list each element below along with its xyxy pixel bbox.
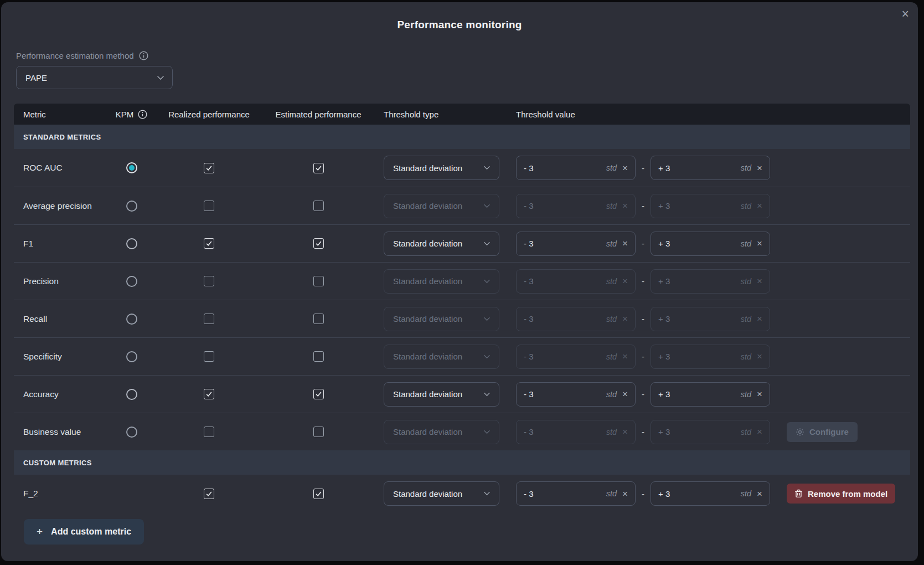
configure-button[interactable]: Configure [787, 422, 858, 442]
threshold-upper-input[interactable]: + 3 std × [651, 481, 770, 506]
clear-icon[interactable]: × [622, 276, 628, 286]
threshold-lower-input[interactable]: - 3 std × [516, 194, 636, 218]
threshold-upper-input[interactable]: + 3 std × [651, 194, 770, 218]
threshold-type-value: Standard deviation [393, 201, 462, 210]
realized-checkbox[interactable] [204, 201, 214, 211]
threshold-lower-input[interactable]: - 3 std × [516, 307, 636, 331]
threshold-upper-value: + 3 [658, 489, 735, 499]
threshold-type-select[interactable]: Standard deviation [384, 307, 499, 331]
estimated-checkbox[interactable] [313, 489, 324, 499]
clear-icon[interactable]: × [757, 239, 762, 248]
threshold-lower-input[interactable]: - 3 std × [516, 156, 636, 180]
threshold-type-select[interactable]: Standard deviation [384, 382, 499, 407]
threshold-lower-input[interactable]: - 3 std × [516, 420, 636, 444]
estimated-checkbox[interactable] [313, 201, 324, 211]
threshold-range-separator: - [636, 239, 651, 248]
threshold-type-select[interactable]: Standard deviation [384, 194, 499, 218]
clear-icon[interactable]: × [622, 201, 628, 210]
kpm-radio[interactable] [126, 238, 137, 249]
threshold-lower-input[interactable]: - 3 std × [516, 269, 636, 294]
estimated-checkbox[interactable] [313, 163, 324, 173]
threshold-type-select[interactable]: Standard deviation [384, 345, 499, 369]
threshold-type-value: Standard deviation [393, 427, 462, 436]
realized-checkbox[interactable] [204, 276, 214, 286]
threshold-upper-input[interactable]: + 3 std × [651, 307, 770, 331]
table-row: ROC AUC Standard deviation [14, 149, 910, 187]
clear-icon[interactable]: × [757, 352, 762, 361]
threshold-upper-input[interactable]: + 3 std × [651, 382, 770, 407]
add-custom-metric-button[interactable]: + Add custom metric [24, 519, 144, 545]
threshold-type-select[interactable]: Standard deviation [384, 481, 499, 506]
close-icon[interactable]: × [902, 8, 909, 20]
realized-checkbox[interactable] [204, 238, 214, 249]
threshold-upper-input[interactable]: + 3 std × [651, 345, 770, 369]
clear-icon[interactable]: × [757, 427, 762, 436]
info-icon[interactable] [138, 110, 147, 119]
threshold-type-value: Standard deviation [393, 276, 462, 286]
estimation-method-block: Performance estimation method PAPE [16, 51, 918, 89]
column-header-threshold-value: Threshold value [501, 110, 775, 119]
estimated-checkbox[interactable] [313, 427, 324, 437]
clear-icon[interactable]: × [757, 276, 762, 286]
threshold-range-separator: - [636, 163, 651, 173]
clear-icon[interactable]: × [622, 427, 628, 436]
threshold-type-select[interactable]: Standard deviation [384, 269, 499, 294]
threshold-lower-input[interactable]: - 3 std × [516, 345, 636, 369]
threshold-upper-input[interactable]: + 3 std × [651, 420, 770, 444]
remove-from-model-button[interactable]: Remove from model [787, 484, 895, 504]
kpm-radio[interactable] [126, 201, 137, 212]
threshold-upper-input[interactable]: + 3 std × [651, 232, 770, 256]
clear-icon[interactable]: × [757, 163, 762, 173]
threshold-lower-value: - 3 [524, 201, 601, 210]
threshold-lower-input[interactable]: - 3 std × [516, 481, 636, 506]
clear-icon[interactable]: × [757, 389, 762, 399]
clear-icon[interactable]: × [622, 239, 628, 248]
kpm-radio[interactable] [126, 162, 137, 173]
threshold-lower-input[interactable]: - 3 std × [516, 382, 636, 407]
clear-icon[interactable]: × [622, 314, 628, 323]
estimated-checkbox[interactable] [313, 314, 324, 324]
checkmark-icon [315, 165, 322, 172]
threshold-type-select[interactable]: Standard deviation [384, 420, 499, 444]
checkmark-icon [315, 391, 322, 398]
threshold-type-select[interactable]: Standard deviation [384, 232, 499, 256]
realized-checkbox[interactable] [204, 314, 214, 324]
clear-icon[interactable]: × [757, 201, 762, 210]
info-icon[interactable] [139, 51, 148, 60]
estimated-checkbox[interactable] [313, 351, 324, 362]
kpm-radio[interactable] [126, 389, 137, 400]
clear-icon[interactable]: × [622, 163, 628, 173]
threshold-range-separator: - [636, 276, 651, 286]
threshold-upper-value: + 3 [658, 239, 735, 248]
threshold-lower-value: - 3 [524, 352, 601, 361]
threshold-upper-value: + 3 [658, 314, 735, 323]
estimated-checkbox[interactable] [313, 276, 324, 286]
realized-checkbox[interactable] [204, 427, 214, 437]
clear-icon[interactable]: × [757, 314, 762, 323]
realized-checkbox[interactable] [204, 389, 214, 399]
std-unit-label: std [741, 163, 751, 172]
threshold-upper-input[interactable]: + 3 std × [651, 156, 770, 180]
section-label: STANDARD METRICS [23, 133, 101, 141]
clear-icon[interactable]: × [622, 489, 628, 499]
threshold-upper-input[interactable]: + 3 std × [651, 269, 770, 294]
threshold-type-select[interactable]: Standard deviation [384, 156, 499, 180]
clear-icon[interactable]: × [757, 489, 762, 499]
threshold-range-separator: - [636, 389, 651, 399]
clear-icon[interactable]: × [622, 352, 628, 361]
estimation-method-select[interactable]: PAPE [16, 66, 173, 89]
threshold-lower-input[interactable]: - 3 std × [516, 232, 636, 256]
kpm-radio[interactable] [126, 314, 137, 325]
kpm-radio[interactable] [126, 276, 137, 287]
checkmark-icon [205, 278, 213, 285]
threshold-lower-value: - 3 [524, 276, 601, 286]
realized-checkbox[interactable] [204, 489, 214, 499]
metric-label: F1 [14, 239, 105, 249]
realized-checkbox[interactable] [204, 351, 214, 362]
kpm-radio[interactable] [126, 351, 137, 362]
clear-icon[interactable]: × [622, 389, 628, 399]
estimated-checkbox[interactable] [313, 389, 324, 399]
estimated-checkbox[interactable] [313, 238, 324, 249]
kpm-radio[interactable] [126, 427, 137, 438]
realized-checkbox[interactable] [204, 163, 214, 173]
